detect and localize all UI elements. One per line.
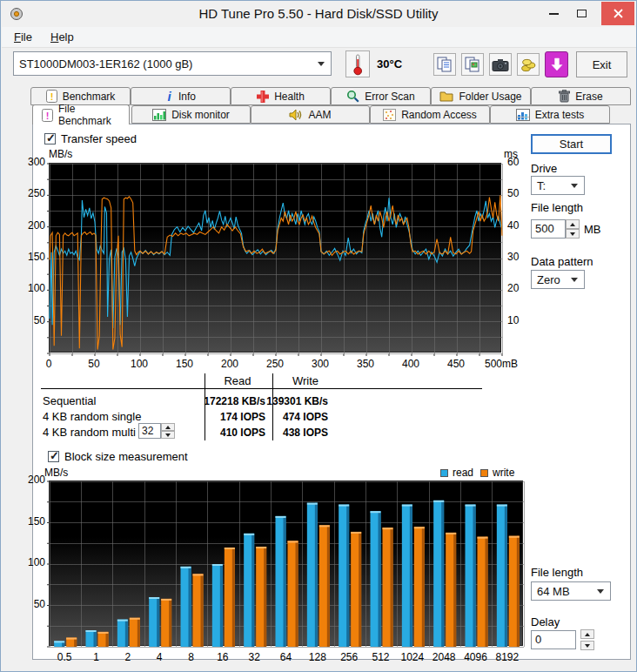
start-button[interactable]: Start — [531, 134, 612, 154]
spin-down-button[interactable] — [566, 229, 580, 239]
svg-text:!: ! — [50, 91, 53, 102]
tab-random-access[interactable]: Random Access — [370, 105, 490, 124]
temperature-button[interactable] — [345, 50, 370, 77]
download-button[interactable] — [545, 51, 568, 77]
axis-tick: 200 — [0, 474, 45, 487]
tab-label: Info — [178, 91, 196, 103]
temperature-value: 30°C — [377, 57, 402, 71]
chart1-y-axis-label: MB/s — [49, 148, 72, 160]
tab-file-benchmark[interactable]: ! File Benchmark — [32, 104, 130, 124]
spin-up-button[interactable] — [161, 423, 175, 431]
down-arrow-icon — [165, 433, 171, 437]
file-length-label: File length — [531, 201, 583, 214]
file-length-spinner[interactable]: 500 — [531, 219, 580, 239]
minimize-button[interactable] — [540, 1, 567, 26]
block-size-label: Block size measurement — [64, 450, 188, 463]
up-arrow-icon — [570, 223, 575, 226]
sequential-read-value: 172218 KB/s — [204, 395, 265, 407]
tab-extra-tests[interactable]: Extra tests — [490, 105, 610, 124]
file-length2-select[interactable]: 64 MB — [531, 581, 611, 601]
extra-tests-icon — [516, 109, 530, 121]
legend-read-label: read — [453, 467, 473, 479]
tab-erase[interactable]: Erase — [531, 87, 631, 105]
delay-spinner[interactable] — [580, 629, 594, 650]
tab-label: Random Access — [401, 109, 477, 121]
axis-tick: 250 — [0, 187, 45, 200]
up-arrow-icon — [585, 633, 590, 636]
spin-up-button[interactable] — [580, 629, 594, 639]
menu-help[interactable]: Help — [47, 30, 77, 44]
queue-depth-spinner[interactable]: 32 — [138, 423, 175, 439]
app-window: HD Tune Pro 5.50 - Hard Disk/SSD Utility… — [0, 0, 637, 672]
axis-tick: 100 — [0, 282, 45, 295]
delay-field[interactable]: 0 — [531, 630, 576, 649]
file-length-input[interactable]: 500 — [531, 219, 566, 239]
tab-info[interactable]: i Info — [131, 87, 231, 105]
health-cross-icon — [257, 91, 269, 103]
random-multi-write-value: 438 IOPS — [283, 427, 328, 439]
spin-down-button[interactable] — [580, 641, 594, 650]
random-multi-read-value: 410 IOPS — [220, 427, 265, 439]
drive-select-value: ST1000DM003-1ER162 (1000 gB) — [19, 57, 192, 71]
block-size-checkbox[interactable]: Block size measurement — [48, 450, 188, 463]
transfer-speed-chart — [49, 163, 501, 353]
screenshot-button[interactable] — [489, 53, 512, 76]
drive-letter-select[interactable]: T: — [531, 176, 585, 195]
down-arrow-icon — [585, 644, 590, 648]
coins-icon — [520, 57, 537, 72]
spin-down-button[interactable] — [161, 431, 175, 439]
axis-tick: 8192 — [473, 651, 542, 664]
tab-disk-monitor[interactable]: Disk monitor — [131, 105, 251, 124]
axis-tick: 100 — [0, 556, 45, 569]
axis-tick: 10 — [507, 314, 519, 327]
close-button[interactable] — [601, 2, 634, 25]
chevron-down-icon — [571, 184, 578, 188]
axis-tick: 50 — [507, 187, 519, 200]
tab-aam[interactable]: AAM — [251, 105, 370, 124]
tab-error-scan[interactable]: Error Scan — [331, 87, 431, 105]
legend-write: write — [480, 467, 514, 479]
axis-tick: 50 — [0, 314, 45, 327]
start-button-label: Start — [560, 138, 583, 151]
row-label-sequential: Sequential — [43, 394, 96, 407]
copy-image-button[interactable] — [461, 53, 484, 76]
folder-icon — [439, 91, 453, 102]
drive-select[interactable]: ST1000DM003-1ER162 (1000 gB) — [13, 51, 332, 76]
delay-input[interactable]: 0 — [531, 630, 576, 649]
legend-write-label: write — [493, 467, 514, 479]
queue-depth-input[interactable]: 32 — [138, 423, 161, 439]
down-arrow-icon — [551, 57, 563, 71]
axis-tick: 40 — [507, 219, 519, 232]
legend-read: read — [440, 467, 473, 479]
thermometer-icon — [352, 53, 363, 76]
tab-label: File Benchmark — [58, 103, 129, 127]
axis-tick: 50 — [0, 598, 45, 611]
row-label-random-single: 4 KB random single — [43, 410, 141, 423]
file-length2-value: 64 MB — [537, 585, 570, 598]
tab-folder-usage[interactable]: Folder Usage — [431, 87, 531, 105]
minimize-icon — [549, 13, 559, 15]
transfer-speed-checkbox[interactable]: Transfer speed — [44, 132, 137, 145]
benchmark-icon: ! — [46, 90, 57, 103]
copy-text-icon — [437, 57, 453, 72]
maximize-button[interactable] — [568, 1, 594, 26]
read-swatch-icon — [440, 469, 448, 477]
transfer-speed-label: Transfer speed — [61, 132, 137, 145]
random-single-write-value: 474 IOPS — [283, 411, 328, 423]
data-pattern-value: Zero — [537, 273, 560, 286]
coins-button[interactable] — [517, 53, 540, 76]
tab-label: Folder Usage — [459, 91, 521, 103]
spin-up-button[interactable] — [566, 219, 580, 229]
magnifier-icon — [346, 90, 359, 103]
chevron-down-icon — [571, 278, 578, 282]
menu-file[interactable]: File — [10, 30, 36, 44]
copy-text-button[interactable] — [433, 53, 456, 76]
axis-tick: 200 — [0, 219, 45, 232]
close-icon — [614, 9, 623, 18]
trash-icon — [559, 90, 570, 103]
chevron-down-icon — [318, 62, 325, 66]
data-pattern-select[interactable]: Zero — [531, 270, 585, 289]
tab-health[interactable]: Health — [231, 87, 331, 105]
sequential-write-value: 139301 KB/s — [266, 395, 328, 407]
exit-button[interactable]: Exit — [576, 51, 627, 77]
